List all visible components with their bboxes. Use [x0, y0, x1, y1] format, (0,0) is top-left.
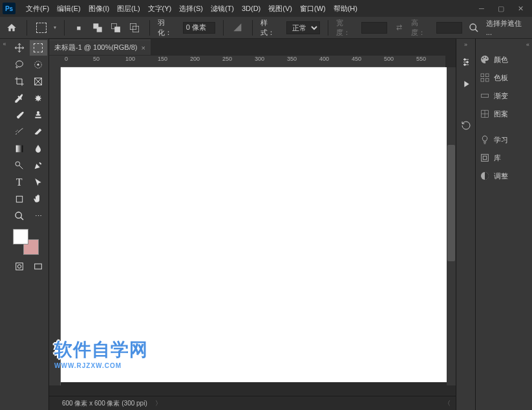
svg-point-14 [16, 162, 20, 166]
svg-point-25 [463, 59, 465, 61]
status-chevron-icon[interactable]: 〉 [155, 399, 162, 408]
selection-subtract-icon[interactable] [109, 21, 123, 35]
svg-point-20 [17, 264, 21, 268]
dodge-tool[interactable] [10, 158, 28, 173]
menu-help[interactable]: 帮助(H) [330, 1, 361, 16]
vertical-scrollbar[interactable] [447, 67, 456, 385]
blur-tool[interactable] [30, 141, 48, 156]
svg-rect-1 [96, 27, 101, 32]
svg-point-29 [484, 57, 485, 58]
panel-collapse-handle[interactable]: « [476, 41, 532, 50]
menu-window[interactable]: 窗口(W) [296, 1, 330, 16]
menu-view[interactable]: 视图(V) [264, 1, 296, 16]
eraser-tool[interactable] [30, 124, 48, 140]
crop-tool[interactable] [10, 74, 28, 89]
svg-rect-39 [482, 155, 489, 162]
quick-select-tool[interactable] [30, 57, 48, 72]
status-dimensions[interactable]: 600 像素 x 600 像素 (300 ppi) [62, 399, 147, 408]
app-logo: Ps [3, 3, 16, 14]
panel-expand-handle[interactable]: » [464, 41, 467, 48]
document-tab-title: 未标题-1 @ 100%(RGB/8) [54, 43, 138, 52]
svg-point-17 [16, 212, 21, 218]
svg-rect-19 [16, 263, 23, 270]
selection-new-icon[interactable]: ■ [72, 21, 85, 35]
svg-rect-16 [16, 196, 22, 202]
hand-tool[interactable] [30, 191, 48, 207]
document-tab[interactable]: 未标题-1 @ 100%(RGB/8) × [49, 39, 151, 55]
dropdown-caret-icon[interactable]: ▾ [54, 25, 56, 30]
close-tab-icon[interactable]: × [142, 44, 145, 52]
pen-tool[interactable] [30, 158, 48, 173]
move-tool[interactable] [10, 40, 28, 56]
history-icon[interactable] [458, 118, 474, 133]
menu-file[interactable]: 文件(F) [22, 1, 53, 16]
panel-library[interactable]: 库 [476, 149, 532, 167]
svg-rect-35 [482, 94, 489, 97]
toolbox: T ⋯ [9, 39, 49, 410]
color-swatches[interactable] [13, 229, 39, 255]
swap-icon: ⇄ [392, 21, 406, 35]
healing-tool[interactable] [30, 91, 48, 106]
pattern-icon [480, 109, 490, 119]
feather-input[interactable] [183, 22, 215, 34]
gradient-tool[interactable] [10, 141, 28, 156]
toolbox-collapse-handle[interactable]: « [0, 39, 9, 410]
width-input [361, 22, 387, 34]
frame-tool[interactable] [30, 74, 48, 89]
home-icon[interactable] [5, 21, 19, 35]
svg-point-28 [482, 58, 484, 59]
selection-intersect-icon[interactable] [128, 21, 142, 35]
collapsed-panel-dock: » [456, 39, 475, 410]
panel-gradient[interactable]: 渐变 [476, 87, 532, 105]
panel-pattern[interactable]: 图案 [476, 105, 532, 123]
screenmode-toggle[interactable] [30, 259, 48, 274]
scroll-thumb[interactable] [447, 145, 455, 261]
menu-layer[interactable]: 图层(L) [113, 1, 144, 16]
svg-rect-5 [133, 26, 139, 32]
marquee-tool[interactable] [30, 40, 48, 56]
svg-rect-13 [16, 146, 23, 153]
panel-color[interactable]: 颜色 [476, 50, 532, 69]
panel-learn[interactable]: 学习 [476, 131, 532, 149]
history-brush-tool[interactable] [10, 124, 28, 140]
status-scroll-left-icon[interactable]: 〈 [444, 399, 451, 408]
ruler-origin[interactable] [49, 56, 61, 67]
quickmask-toggle[interactable] [10, 259, 28, 274]
panel-adjust[interactable]: 调整 [476, 167, 532, 185]
palette-icon [480, 54, 490, 65]
marquee-tool-icon[interactable] [35, 21, 48, 35]
close-button[interactable]: ✕ [511, 1, 529, 16]
menu-filter[interactable]: 滤镜(T) [207, 1, 238, 16]
play-icon[interactable] [458, 76, 474, 92]
antialias-icon [231, 21, 245, 35]
menu-image[interactable]: 图像(I) [85, 1, 113, 16]
type-tool[interactable]: T [10, 175, 28, 190]
path-select-tool[interactable] [30, 175, 48, 190]
shape-tool[interactable] [10, 191, 28, 207]
menu-type[interactable]: 文字(Y) [144, 1, 176, 16]
menu-3d[interactable]: 3D(D) [238, 2, 264, 15]
foreground-color[interactable] [13, 229, 28, 244]
style-select[interactable]: 正常 [286, 21, 321, 34]
panel-swatches[interactable]: 色板 [476, 69, 532, 87]
search-icon[interactable] [467, 21, 481, 35]
height-input [436, 22, 462, 34]
maximize-button[interactable]: ▢ [492, 1, 510, 16]
selection-add-icon[interactable] [90, 21, 104, 35]
svg-point-26 [466, 61, 468, 63]
lasso-tool[interactable] [10, 57, 28, 72]
brush-tool[interactable] [10, 107, 28, 123]
stamp-tool[interactable] [30, 107, 48, 123]
canvas[interactable] [61, 67, 449, 382]
edit-toolbar[interactable]: ⋯ [30, 208, 48, 224]
svg-rect-33 [481, 78, 484, 81]
svg-rect-32 [485, 74, 489, 77]
menu-edit[interactable]: 编辑(E) [53, 1, 85, 16]
select-and-mask-button[interactable]: 选择并遮住 ... [486, 19, 527, 36]
zoom-tool[interactable] [10, 208, 28, 224]
minimize-button[interactable]: ─ [473, 1, 491, 16]
properties-icon[interactable] [458, 54, 474, 70]
menu-select[interactable]: 选择(S) [175, 1, 207, 16]
horizontal-ruler[interactable]: 0 50 100 150 200 250 300 350 400 450 500… [61, 56, 445, 67]
eyedropper-tool[interactable] [10, 91, 28, 106]
